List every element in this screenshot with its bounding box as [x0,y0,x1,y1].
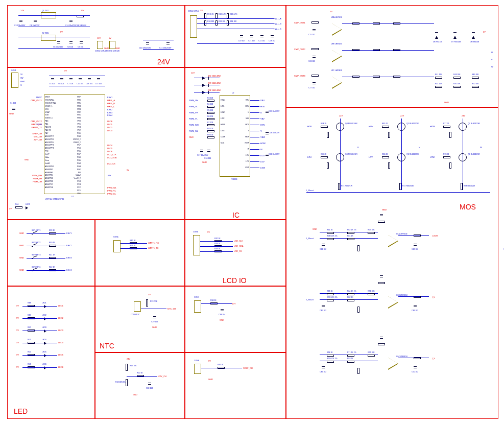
ntc-net: NTC_CH [167,308,176,310]
joy-net: JOY [232,302,236,305]
sense-r-label: R76 10K [368,351,375,354]
led-label: LED5 [42,351,46,353]
hall-r [204,20,206,26]
net: HALL_B [107,102,115,105]
net: UART1_RX [19,123,42,126]
r18z [126,379,128,386]
sense-r [327,238,334,240]
drv-net: PWM_WH [189,124,199,126]
sense-r [327,293,334,295]
label-ntc: NTC [100,342,114,350]
lcd-net: LCD_CLK [234,240,243,242]
q2-label: Q2 7805 [42,32,49,34]
net: HALL_C [107,105,115,108]
cmp-diode [453,36,457,39]
led-r-label: R53 [28,363,31,365]
w2 [18,27,90,27]
lcd-r-label: R32 1K [214,238,221,240]
sense-r [347,355,354,357]
cmp-r2 [373,76,380,78]
gate-r-label: R55 20 [321,153,326,155]
sense-opamp [388,358,398,370]
c9 [80,40,83,45]
cmp-c [313,28,316,33]
sense-r-label: R79 0.2K 1% [327,358,338,360]
led-5v: 5V [16,304,19,307]
lcd-net: LCD_SDA [234,245,243,247]
gate-net: LOW [430,156,435,158]
gate-r-label: R78 20 [443,153,449,155]
rail-5v-lcd: 5V [207,231,210,233]
con4l: CON4 COP-5 [188,10,199,12]
c16l: C16 104 [204,157,211,159]
pulldown-r [449,162,451,169]
region-joy [185,286,286,353]
drv-pin: HIN2 [221,111,225,114]
net: KEY1 [107,96,112,99]
drv-pin: LOV [237,160,249,163]
drv-pin: LIN3 [221,130,224,132]
rail-24v-m3: 24V [462,114,465,117]
boot-diode-label: D1 1N4148W [208,75,221,77]
drv-r [207,130,214,132]
led-r-label: R48 [28,302,31,304]
led-5v: 5V [16,317,19,319]
led-label: LED6 [42,363,46,365]
boot-diode-label: D2 1N4148W [208,82,221,84]
drv-pin: COM [221,136,225,138]
gate-r [443,126,450,128]
hall-c-label: C23 102 [269,40,275,42]
net: PWM_VL [107,190,116,192]
hall-net: HALL_C [274,28,281,30]
mcu-pin: PG7 [57,153,81,156]
uart-r-label: R51 1K [130,245,136,247]
cmp-sum-label: R41 10K [435,74,442,76]
c3 [19,18,22,24]
gnd-sense: GND [313,228,317,230]
boot-cap-label: C24 10uf/25V [269,153,279,155]
rail-24v-m2: 24V [400,114,404,117]
sense-c-label: C49 102 [412,310,418,312]
decap [97,77,100,82]
label-lcd: LCD IO [223,276,247,285]
btn-gnd: GND [19,244,24,247]
cmp-r2 [352,76,359,78]
rail-5v-mcu2: 5V [127,169,129,171]
led-sym [44,305,46,308]
decap [51,77,54,82]
r20l: R20 1K [137,372,143,374]
mcu-pin: PE2 [57,129,81,132]
w4 [18,48,90,49]
r17z [126,364,128,371]
c29 [153,315,156,320]
sw-label: SW3 KEY3 [32,254,41,256]
led-5v: 5V [16,366,19,368]
mcu-pin: PG4 [57,162,81,165]
net: PWM_WL [107,186,116,189]
sense-opamp [388,296,398,309]
mcu-pin: PC2 [57,186,81,189]
decap [88,77,91,82]
con1l: CON1 [11,69,16,72]
sense-out-r [414,296,421,298]
decap-label: C15 104 [95,83,102,85]
hall-net: HALL_B [274,22,281,25]
cmp-r2 [393,22,400,25]
mcu-pin: PE0 [57,120,81,123]
shunt-r [338,183,340,190]
r44l: R44 [15,203,18,205]
net: NTC_CH [19,135,42,138]
led-net: LED4 [58,341,63,344]
btn-r-label: R42 1K [49,266,55,268]
sense-c [414,303,417,309]
con3 [109,41,115,49]
cmp-in: CMP_OUT2 [294,48,305,51]
con1 [11,73,18,88]
opamp-label: U3B LMV324I [331,43,342,45]
net: HALL_A [107,99,115,102]
rail-24v-m1: 24V [339,114,343,117]
con1-pin: G [20,84,22,86]
drv-r-label: R8 100 [207,128,213,130]
c29l: C29 104 [151,321,158,323]
sense-c [322,365,325,370]
